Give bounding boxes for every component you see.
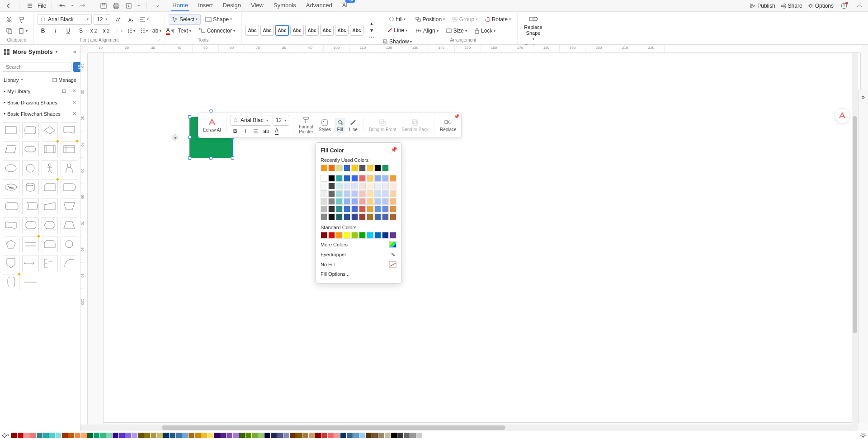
settings-gear-icon[interactable] xyxy=(860,432,866,439)
color-swatch[interactable] xyxy=(328,198,335,205)
color-swatch[interactable] xyxy=(344,165,350,171)
tab-symbols[interactable]: Symbols xyxy=(273,0,297,11)
color-swatch[interactable] xyxy=(382,190,389,197)
color-swatch[interactable] xyxy=(359,190,366,197)
style-thumb-1[interactable]: Abc xyxy=(245,25,259,36)
connector-tool[interactable]: Connector▾ xyxy=(196,25,238,36)
color-swatch[interactable] xyxy=(328,165,335,171)
tab-insert[interactable]: Insert xyxy=(197,0,214,11)
color-swatch[interactable] xyxy=(328,213,335,220)
float-font-color-icon[interactable]: A xyxy=(272,127,281,136)
style-thumb-6[interactable]: Abc xyxy=(320,25,334,36)
shape-rounded-rect[interactable] xyxy=(22,122,39,138)
quick-color-swatch[interactable] xyxy=(359,433,365,438)
save-icon[interactable] xyxy=(99,1,108,11)
quick-color-swatch[interactable] xyxy=(94,433,99,438)
shape-actor[interactable] xyxy=(42,160,58,176)
color-swatch[interactable] xyxy=(351,198,358,205)
shape-trapezoid[interactable] xyxy=(61,217,77,233)
strikethrough-icon[interactable]: S xyxy=(75,25,86,36)
resize-handle-sw[interactable] xyxy=(188,156,191,160)
quick-color-swatch[interactable] xyxy=(62,433,68,438)
shape-delay[interactable] xyxy=(61,179,77,195)
float-align-icon[interactable] xyxy=(251,127,260,136)
close-section-icon[interactable]: ✕ xyxy=(72,99,76,105)
color-swatch[interactable] xyxy=(382,175,389,182)
float-bring-front[interactable]: Bring to Front xyxy=(367,118,398,133)
library-expand-icon[interactable]: ⌃ xyxy=(20,78,24,82)
quick-color-swatch[interactable] xyxy=(321,433,327,438)
print-icon[interactable] xyxy=(111,1,121,11)
color-swatch[interactable] xyxy=(374,190,381,197)
font-size-select[interactable]: 12▾ xyxy=(94,14,110,25)
resize-handle-se[interactable] xyxy=(231,156,234,160)
hamburger-icon[interactable] xyxy=(25,1,35,11)
quick-color-swatch[interactable] xyxy=(252,433,258,438)
group-dropdown[interactable]: Group▾ xyxy=(449,14,480,25)
color-swatch[interactable] xyxy=(374,183,381,189)
resize-handle-w[interactable] xyxy=(188,136,191,139)
quick-color-swatch[interactable] xyxy=(334,433,340,438)
underline-icon[interactable]: U xyxy=(63,25,74,36)
expand-right-panel-icon[interactable]: » xyxy=(859,93,868,101)
color-swatch[interactable] xyxy=(374,206,381,212)
color-swatch[interactable] xyxy=(321,232,327,239)
size-dropdown[interactable]: Size▾ xyxy=(443,25,470,36)
quick-color-swatch[interactable] xyxy=(372,433,378,438)
quick-color-swatch[interactable] xyxy=(397,433,403,438)
quick-color-swatch[interactable] xyxy=(157,433,163,438)
style-thumb-8[interactable]: Abc xyxy=(350,25,363,36)
quick-color-swatch[interactable] xyxy=(423,433,429,438)
quick-color-swatch[interactable] xyxy=(258,433,264,438)
quick-color-swatch[interactable] xyxy=(24,433,30,438)
lock-dropdown[interactable]: Lock▾ xyxy=(472,25,498,36)
help-icon[interactable]: ? xyxy=(839,1,849,11)
color-swatch[interactable] xyxy=(321,206,327,212)
shape-person[interactable] xyxy=(61,160,77,176)
quick-color-swatch[interactable] xyxy=(113,433,118,438)
float-font-size[interactable]: 12▾ xyxy=(273,115,289,126)
float-send-back[interactable]: Send to Back xyxy=(400,118,430,133)
quick-color-swatch[interactable] xyxy=(315,433,321,438)
quick-color-swatch[interactable] xyxy=(385,433,391,438)
quick-color-swatch[interactable] xyxy=(176,433,182,438)
new-library-icon[interactable]: + xyxy=(68,88,71,94)
undo-dropdown-icon[interactable] xyxy=(70,1,75,11)
styles-scroll-down-icon[interactable]: ▾ xyxy=(366,27,377,33)
search-input[interactable] xyxy=(3,62,71,72)
color-swatch[interactable] xyxy=(367,175,373,182)
quick-color-swatch[interactable] xyxy=(100,433,106,438)
float-styles[interactable]: Styles xyxy=(317,118,333,133)
color-swatch[interactable] xyxy=(351,183,358,189)
quick-color-swatch[interactable] xyxy=(106,433,112,438)
tab-advanced[interactable]: Advanced xyxy=(305,0,333,11)
quick-color-swatch[interactable] xyxy=(220,433,226,438)
color-swatch[interactable] xyxy=(351,190,358,197)
color-swatch[interactable] xyxy=(374,175,381,182)
quick-color-swatch[interactable] xyxy=(151,433,156,438)
shape-manual-op[interactable] xyxy=(61,198,77,214)
quick-color-swatch[interactable] xyxy=(290,433,296,438)
font-expand-icon[interactable]: ⤢ xyxy=(157,38,161,42)
shape-tool[interactable]: Shape▾ xyxy=(203,14,235,25)
color-swatch[interactable] xyxy=(390,232,396,239)
vertical-scrollbar[interactable] xyxy=(852,53,858,425)
float-format-painter[interactable]: Format Painter xyxy=(297,115,315,135)
color-swatch[interactable] xyxy=(336,206,343,212)
color-swatch[interactable] xyxy=(351,206,358,212)
my-library-section[interactable]: ▸My Library ⊞+✕ xyxy=(0,85,80,97)
shape-ellipse[interactable] xyxy=(3,160,19,176)
quick-color-swatch[interactable] xyxy=(233,433,239,438)
copy-icon[interactable] xyxy=(4,25,14,36)
color-swatch[interactable] xyxy=(321,213,327,220)
color-swatch[interactable] xyxy=(382,183,389,189)
color-swatch[interactable] xyxy=(336,183,343,189)
color-swatch[interactable] xyxy=(390,213,396,220)
color-swatch[interactable] xyxy=(374,232,381,239)
quick-color-swatch[interactable] xyxy=(163,433,169,438)
shape-manual-input[interactable] xyxy=(42,198,58,214)
shape-arc[interactable] xyxy=(61,255,77,271)
select-tool[interactable]: Select▾ xyxy=(169,14,201,25)
color-swatch[interactable] xyxy=(367,183,373,189)
color-swatch[interactable] xyxy=(336,175,343,182)
